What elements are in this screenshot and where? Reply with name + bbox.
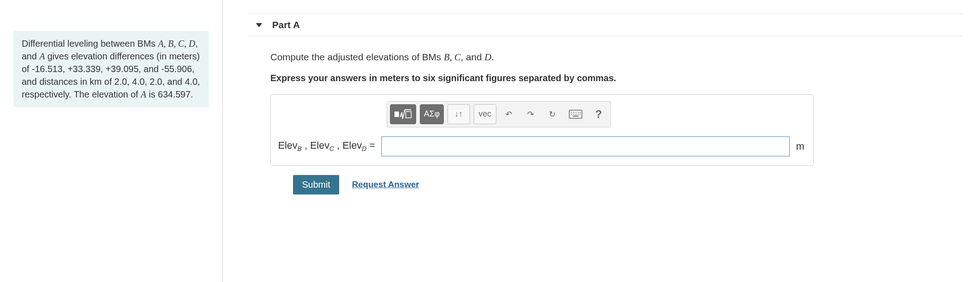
unit-km: km <box>90 77 102 87</box>
letters-abcd: A, B, C, D <box>158 39 195 49</box>
button-row: Submit Request Answer <box>293 175 962 194</box>
svg-point-8 <box>580 112 581 113</box>
answer-input[interactable] <box>381 136 789 156</box>
request-answer-link[interactable]: Request Answer <box>352 180 419 190</box>
part-a-header[interactable]: Part A <box>248 14 962 36</box>
sub-b: B <box>298 146 302 153</box>
subscript-button[interactable]: ↓↑ <box>447 104 470 124</box>
q-d: D <box>485 52 491 63</box>
template-button[interactable] <box>390 104 416 124</box>
keyboard-icon <box>569 110 582 119</box>
svg-point-5 <box>573 112 574 113</box>
keyboard-button[interactable] <box>565 104 586 124</box>
instruction-text: Express your answers in meters to six si… <box>270 73 962 83</box>
problem-statement: Differential leveling between BMs A, B, … <box>14 31 209 107</box>
eq: = <box>366 140 375 151</box>
letter-a: A <box>39 51 45 61</box>
unit-label: m <box>796 141 806 152</box>
q2: , and <box>461 52 485 62</box>
input-row: ElevB , ElevC , ElevD = m <box>278 136 806 156</box>
reset-button[interactable]: ↻ <box>543 104 562 124</box>
undo-button[interactable]: ↶ <box>500 104 518 124</box>
svg-point-7 <box>578 112 579 113</box>
svg-point-4 <box>571 112 572 113</box>
svg-point-6 <box>576 112 576 113</box>
problem-column: Differential leveling between BMs A, B, … <box>0 0 223 282</box>
part-body: Compute the adjusted elevations of BMs B… <box>248 36 962 194</box>
q1: Compute the adjusted elevations of BMs <box>270 52 444 62</box>
formula-toolbar: ΑΣφ ↓↑ vec ↶ ↷ ↻ ? <box>387 101 611 127</box>
variables-label: ElevB , ElevC , ElevD = <box>278 140 375 152</box>
elev-d: Elev <box>342 140 362 151</box>
part-title: Part A <box>272 19 300 30</box>
q-letters: B, C <box>444 52 461 63</box>
submit-button[interactable]: Submit <box>293 175 339 194</box>
help-button[interactable]: ? <box>590 104 608 124</box>
svg-rect-0 <box>394 112 399 117</box>
redo-button[interactable]: ↷ <box>522 104 540 124</box>
caret-down-icon <box>256 23 262 27</box>
vec-button[interactable]: vec <box>474 104 496 124</box>
elev-b: Elev <box>278 140 298 151</box>
letter-a2: A <box>141 89 146 99</box>
t5: is 634.597. <box>146 89 193 99</box>
svg-point-13 <box>580 114 581 115</box>
svg-rect-14 <box>573 116 578 117</box>
answer-column: Part A Compute the adjusted elevations o… <box>223 0 980 282</box>
t1: Differential leveling between BMs <box>22 39 158 49</box>
page-container: Differential leveling between BMs A, B, … <box>0 0 980 282</box>
sub-d: D <box>362 146 366 153</box>
svg-point-10 <box>573 114 574 115</box>
elev-c: Elev <box>310 140 330 151</box>
svg-rect-2 <box>406 112 411 118</box>
svg-point-11 <box>576 114 576 115</box>
template-icon <box>394 108 412 121</box>
svg-point-12 <box>578 114 579 115</box>
q3: . <box>491 52 494 62</box>
svg-point-9 <box>571 114 572 115</box>
question-text: Compute the adjusted elevations of BMs B… <box>270 50 962 65</box>
answer-area: ΑΣφ ↓↑ vec ↶ ↷ ↻ ? <box>270 94 814 166</box>
greek-button[interactable]: ΑΣφ <box>420 104 444 124</box>
sub-c: C <box>329 146 334 153</box>
